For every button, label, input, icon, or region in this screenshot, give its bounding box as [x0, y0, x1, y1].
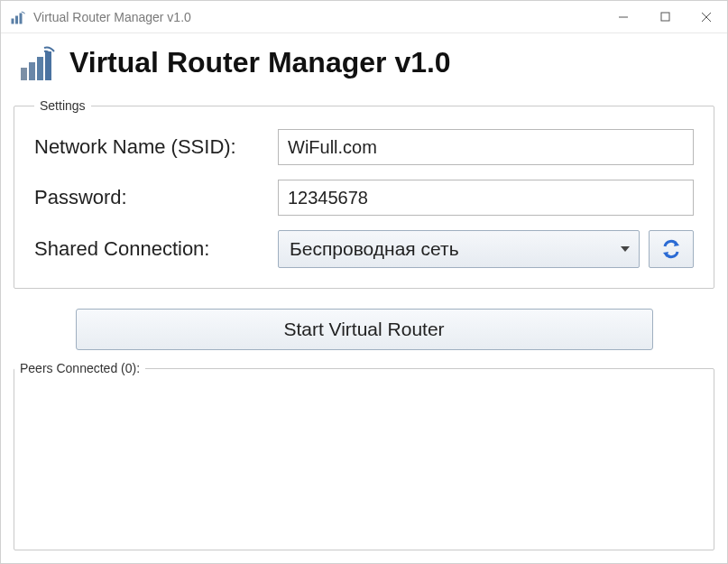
chevron-down-icon — [621, 246, 630, 252]
app-title: Virtual Router Manager v1.0 — [69, 46, 451, 79]
start-virtual-router-button[interactable]: Start Virtual Router — [76, 309, 653, 350]
ssid-input[interactable] — [278, 129, 694, 165]
refresh-button[interactable] — [649, 230, 694, 268]
svg-rect-0 — [12, 18, 14, 23]
peers-list[interactable] — [14, 375, 714, 520]
app-header: Virtual Router Manager v1.0 — [1, 33, 727, 93]
router-icon — [17, 42, 57, 82]
svg-rect-10 — [45, 51, 51, 80]
svg-rect-1 — [15, 15, 18, 23]
titlebar: Virtual Router Manager v1.0 — [1, 1, 727, 33]
peers-legend: Peers Connected (0): — [14, 361, 145, 375]
password-row: Password: — [34, 180, 694, 216]
app-window: Virtual Router Manager v1.0 — [0, 0, 728, 564]
svg-rect-9 — [37, 57, 43, 80]
svg-rect-2 — [20, 13, 23, 23]
password-label: Password: — [34, 186, 278, 209]
maximize-button[interactable] — [644, 1, 686, 32]
svg-rect-4 — [661, 13, 669, 21]
settings-legend: Settings — [34, 98, 91, 113]
close-button[interactable] — [686, 1, 727, 32]
svg-rect-7 — [21, 68, 27, 80]
shared-connection-value: Беспроводная сеть — [290, 238, 459, 260]
password-input[interactable] — [278, 180, 694, 216]
router-icon — [10, 9, 26, 25]
svg-rect-8 — [29, 62, 35, 80]
minimize-button[interactable] — [603, 1, 644, 32]
ssid-label: Network Name (SSID): — [34, 135, 278, 159]
refresh-icon — [659, 237, 683, 261]
shared-connection-row: Shared Connection: Беспроводная сеть — [34, 230, 694, 268]
shared-connection-dropdown[interactable]: Беспроводная сеть — [278, 230, 640, 268]
settings-group: Settings Network Name (SSID): Password: … — [14, 98, 714, 289]
ssid-row: Network Name (SSID): — [34, 129, 694, 165]
shared-connection-label: Shared Connection: — [34, 237, 278, 261]
peers-group: Peers Connected (0): — [14, 361, 714, 550]
window-title: Virtual Router Manager v1.0 — [33, 10, 191, 24]
window-controls — [603, 1, 727, 32]
